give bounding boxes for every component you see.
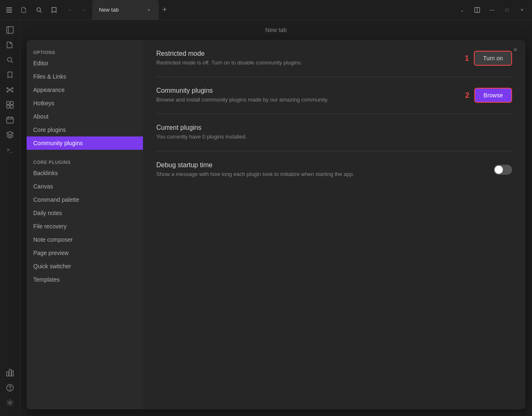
sidebar-layout-icon[interactable] (3, 23, 17, 37)
svg-line-16 (8, 89, 9, 89)
sidebar-item-templates[interactable]: Templates (27, 273, 143, 286)
svg-point-3 (37, 7, 41, 11)
svg-line-19 (11, 90, 12, 91)
tab-label: New tab (99, 7, 119, 13)
sidebar-item-file-recovery[interactable]: File recovery (27, 220, 143, 233)
debug-startup-text: Debug startup time Show a message with h… (156, 161, 487, 178)
sidebar-plugin-icon[interactable] (3, 366, 17, 379)
restricted-mode-text: Restricted mode Restricted mode is off. … (156, 50, 458, 67)
svg-rect-20 (7, 102, 10, 104)
restricted-mode-title: Restricted mode (156, 50, 458, 57)
sidebar-item-quick-switcher[interactable]: Quick switcher (27, 260, 143, 273)
sidebar-item-note-composer[interactable]: Note composer (27, 233, 143, 246)
browse-button[interactable]: Browse (474, 88, 512, 103)
win-maximize-button[interactable]: □ (500, 4, 514, 16)
sidebar-canvas-icon[interactable] (3, 98, 17, 111)
sidebar-item-editor[interactable]: Editor (27, 57, 143, 70)
win-split-button[interactable] (470, 4, 484, 16)
svg-line-4 (40, 11, 42, 12)
sidebar-item-daily-notes[interactable]: Daily notes (27, 206, 143, 220)
sidebar-item-core-plugins[interactable]: Core plugins (27, 123, 143, 136)
step-1-indicator: 1 (465, 54, 469, 63)
sidebar-item-canvas[interactable]: Canvas (27, 180, 143, 193)
debug-startup-row: Debug startup time Show a message with h… (156, 161, 512, 178)
sidebar-item-hotkeys[interactable]: Hotkeys (27, 97, 143, 110)
sidebar-item-community-plugins[interactable]: Community plugins (27, 136, 143, 150)
main-area: >_ (0, 20, 532, 416)
sidebar-calendar-icon[interactable] (3, 113, 17, 126)
debug-startup-title: Debug startup time (156, 161, 487, 169)
sidebar-graph-icon[interactable] (3, 83, 17, 97)
sidebar-settings-icon[interactable] (3, 396, 17, 409)
restricted-mode-actions: 1 Turn on (465, 51, 512, 66)
svg-rect-30 (12, 371, 13, 376)
win-minimize-button[interactable]: — (485, 4, 499, 16)
svg-rect-2 (6, 12, 12, 12)
sidebar-files-icon[interactable] (3, 38, 17, 52)
win-close-button[interactable]: × (515, 4, 529, 16)
titlebar: ← → New tab × + ⌄ — □ × (0, 0, 532, 20)
core-plugins-section-label: Core plugins (27, 156, 143, 166)
add-tab-button[interactable]: + (159, 4, 170, 16)
sidebar-item-about[interactable]: About (27, 110, 143, 123)
svg-line-17 (11, 89, 12, 89)
sidebar-toggle-icon[interactable] (3, 4, 15, 16)
win-chevron-button[interactable]: ⌄ (456, 4, 469, 16)
sidebar-item-files-links[interactable]: Files & Links (27, 70, 143, 83)
restricted-mode-row: Restricted mode Restricted mode is off. … (156, 50, 512, 67)
nav-back-icon[interactable]: ← (65, 4, 76, 16)
svg-rect-28 (7, 372, 9, 376)
debug-startup-section: Debug startup time Show a message with h… (156, 161, 512, 188)
svg-point-13 (12, 88, 13, 89)
sidebar-item-backlinks[interactable]: Backlinks (27, 166, 143, 180)
options-section-label: Options (27, 47, 143, 57)
svg-point-15 (12, 91, 13, 92)
community-plugins-section: Community plugins Browse and install com… (156, 87, 512, 114)
titlebar-left (3, 4, 60, 16)
svg-point-33 (9, 401, 11, 404)
nav-forward-icon[interactable]: → (77, 4, 89, 16)
bookmark-icon[interactable] (48, 4, 60, 16)
sidebar-item-appearance[interactable]: Appearance (27, 83, 143, 97)
restricted-mode-desc: Restricted mode is off. Turn on to disab… (156, 59, 458, 67)
sidebar-item-command-palette[interactable]: Command palette (27, 193, 143, 206)
settings-sidebar: Options Editor Files & Links Appearance … (27, 40, 143, 409)
svg-rect-1 (6, 10, 12, 10)
sidebar-icons: >_ (0, 20, 20, 416)
svg-rect-29 (9, 369, 11, 376)
community-plugins-text: Community plugins Browse and install com… (156, 87, 458, 104)
svg-point-32 (10, 389, 10, 390)
debug-startup-toggle[interactable] (494, 165, 512, 175)
tab-area: ← → New tab × + (65, 0, 451, 20)
community-plugins-title: Community plugins (156, 87, 458, 94)
svg-rect-21 (10, 102, 13, 104)
sidebar-help-icon[interactable] (3, 381, 17, 394)
debug-startup-desc: Show a message with how long each plugin… (156, 171, 487, 178)
search-icon[interactable] (33, 4, 45, 16)
tab-close-icon[interactable]: × (145, 7, 152, 13)
current-plugins-desc: You currently have 0 plugins installed. (156, 133, 512, 141)
sidebar-search-icon[interactable] (3, 53, 17, 67)
step-2-indicator: 2 (465, 91, 469, 100)
svg-line-10 (11, 61, 13, 63)
svg-rect-24 (7, 117, 13, 123)
current-plugins-section: Current plugins You currently have 0 plu… (156, 124, 512, 151)
turn-on-button[interactable]: Turn on (474, 51, 512, 66)
sidebar-layers-icon[interactable] (3, 128, 17, 141)
svg-rect-0 (6, 7, 12, 8)
community-plugins-actions: 2 Browse (465, 88, 512, 103)
settings-close-button[interactable]: × (510, 45, 520, 55)
sidebar-item-page-preview[interactable]: Page preview (27, 246, 143, 260)
current-plugins-title: Current plugins (156, 124, 512, 131)
files-icon[interactable] (18, 4, 30, 16)
new-tab[interactable]: New tab × (92, 0, 159, 20)
settings-modal: × Options Editor Files & Links Appearanc… (27, 40, 525, 409)
svg-point-14 (7, 91, 8, 92)
sidebar-bookmark-icon[interactable] (3, 68, 17, 82)
sidebar-terminal-icon[interactable]: >_ (3, 143, 17, 156)
svg-rect-22 (7, 105, 10, 108)
restricted-mode-section: Restricted mode Restricted mode is off. … (156, 50, 512, 77)
svg-rect-23 (10, 105, 13, 108)
new-tab-header: New tab (265, 27, 286, 33)
svg-point-9 (7, 57, 12, 62)
